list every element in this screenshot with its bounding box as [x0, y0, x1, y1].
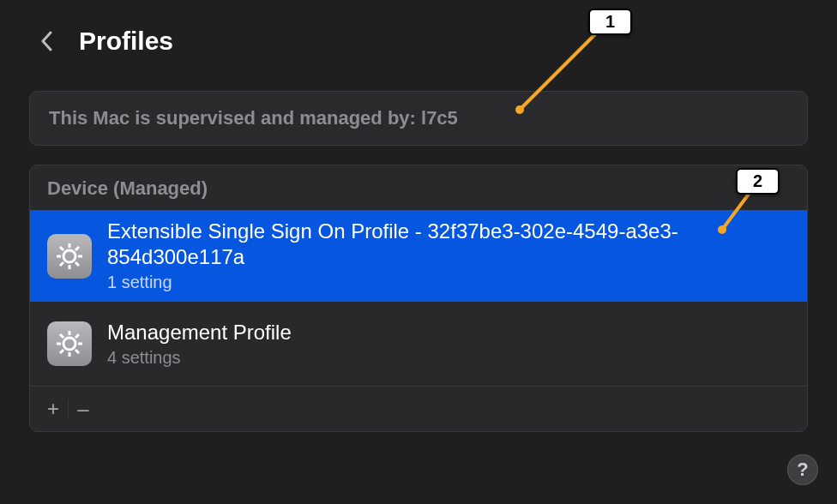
add-button[interactable]: + [40, 396, 66, 422]
page-title: Profiles [79, 27, 173, 56]
svg-line-17 [75, 334, 79, 338]
profile-row-sso[interactable]: Extensible Single Sign On Profile - 32f3… [30, 210, 807, 302]
annotation-callout-2: 2 [736, 168, 780, 195]
profile-row-management[interactable]: Management Profile 4 settings [30, 302, 807, 386]
back-button[interactable] [34, 29, 58, 53]
profile-subtitle: 1 setting [107, 272, 790, 293]
profile-row-text: Extensible Single Sign On Profile - 32f3… [107, 219, 790, 293]
svg-line-16 [60, 350, 63, 353]
gear-icon [47, 234, 92, 279]
svg-line-7 [60, 262, 63, 266]
supervision-banner: This Mac is supervised and managed by: l… [29, 91, 808, 146]
svg-line-6 [75, 262, 79, 266]
remove-button[interactable]: – [70, 396, 96, 422]
profile-title: Management Profile [107, 320, 292, 345]
svg-line-5 [60, 247, 63, 250]
chevron-left-icon [40, 31, 52, 51]
profiles-list-container: Device (Managed) Extensible Single Sign … [29, 165, 808, 432]
profile-title: Extensible Single Sign On Profile - 32f3… [107, 219, 790, 270]
header-bar: Profiles [0, 0, 837, 67]
footer-separator [68, 399, 69, 418]
svg-point-0 [63, 250, 75, 262]
svg-point-9 [63, 338, 75, 350]
help-button[interactable]: ? [787, 454, 818, 485]
gear-icon [47, 321, 92, 366]
list-footer: + – [30, 386, 807, 431]
svg-line-14 [60, 334, 63, 338]
supervision-text: This Mac is supervised and managed by: l… [49, 107, 458, 129]
svg-line-15 [75, 350, 79, 353]
section-header: Device (Managed) [30, 165, 807, 210]
profile-row-text: Management Profile 4 settings [107, 320, 292, 369]
annotation-callout-1: 1 [588, 9, 632, 35]
svg-line-8 [75, 247, 79, 250]
profile-subtitle: 4 settings [107, 347, 292, 369]
